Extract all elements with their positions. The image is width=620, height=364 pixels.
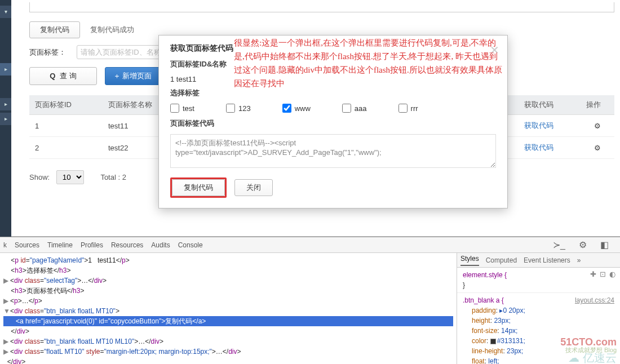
tag-filter-label: 页面标签：: [29, 47, 74, 57]
color-swatch[interactable]: [490, 339, 496, 344]
copy-code-highlight: 复制代码: [170, 177, 227, 198]
get-code-link[interactable]: 获取代码: [524, 143, 553, 152]
tab-resources[interactable]: Resources: [111, 241, 143, 249]
tab-k[interactable]: k: [3, 241, 7, 249]
gear-icon[interactable]: ⚙: [581, 137, 614, 159]
check-test[interactable]: test: [170, 104, 194, 113]
computed-tab[interactable]: Computed: [486, 256, 517, 264]
styles-tab[interactable]: Styles: [460, 255, 479, 266]
copy-code-button[interactable]: 复制代码: [29, 21, 80, 38]
tab-profiles[interactable]: Profiles: [81, 241, 103, 249]
tab-timeline[interactable]: Timeline: [47, 241, 73, 249]
th-get: 获取代码: [519, 95, 581, 115]
search-icon: Q: [50, 72, 55, 80]
chevron-right-icon[interactable]: ▸: [0, 98, 11, 110]
tab-console[interactable]: Console: [178, 241, 203, 249]
gear-icon[interactable]: ⚙: [581, 115, 614, 137]
annotation-text: 很显然:这是一个弹出框,在这个弹出框里需要进行代码复制,可是,不幸的是,代码中始…: [234, 36, 504, 90]
total-text: Total : 2: [100, 173, 126, 181]
new-rule-icon[interactable]: ✚: [590, 270, 596, 278]
source-file-link[interactable]: layout.css:24: [575, 295, 614, 305]
settings-icon[interactable]: ⚙: [579, 239, 587, 250]
cell-id: 2: [29, 137, 103, 159]
check-label: 123: [238, 104, 251, 113]
tab-sources[interactable]: Sources: [15, 241, 39, 249]
check-label: test: [183, 104, 194, 113]
check-rrr[interactable]: rrr: [398, 104, 418, 113]
close-button[interactable]: 关闭: [234, 179, 273, 196]
drawer-icon[interactable]: ≻_: [553, 239, 565, 250]
more-tabs-icon[interactable]: »: [577, 256, 581, 264]
chevron-down-icon[interactable]: ▾: [0, 6, 11, 18]
th-op: 操作: [581, 95, 614, 115]
checkbox-row: test 123 www aaa rrr: [170, 104, 496, 113]
top-textarea[interactable]: [29, 2, 614, 12]
check-123[interactable]: 123: [226, 104, 251, 113]
code-label: 页面标签代码: [170, 118, 496, 128]
copy-success-text: 复制代码成功: [90, 25, 134, 35]
page-size-select[interactable]: 10: [56, 170, 84, 184]
toggle-state-icon[interactable]: ⊡: [600, 270, 606, 278]
copy-code-button[interactable]: 复制代码: [172, 179, 225, 196]
check-label: rrr: [411, 104, 418, 113]
left-sidebar: ▾ ▸ ▸ ▸: [0, 0, 11, 237]
chevron-right-icon[interactable]: ▸: [0, 63, 11, 76]
elements-tree[interactable]: <p id="pageTagNameId">1 test11</p> <h3>选…: [0, 253, 457, 364]
cell-id: 1: [29, 115, 103, 137]
animations-icon[interactable]: ◐: [609, 270, 615, 278]
chevron-right-icon[interactable]: ▸: [0, 113, 11, 125]
th-id: 页面标签ID: [29, 95, 103, 115]
query-button[interactable]: Q查 询: [29, 67, 97, 85]
listeners-tab[interactable]: Event Listeners: [524, 256, 570, 264]
watermark: 51CTO.com 技术成就梦想 Blog ☁ 亿速云: [560, 338, 617, 362]
show-label: Show:: [29, 173, 50, 181]
rule-selector: .btn_blank a {: [463, 296, 504, 304]
devtools-panel: k Sources Timeline Profiles Resources Au…: [0, 237, 620, 364]
check-www[interactable]: www: [282, 104, 311, 113]
check-label: aaa: [355, 104, 367, 113]
rule-selector: element.style {: [463, 271, 507, 279]
add-page-button[interactable]: ＋ 新增页面: [105, 67, 161, 85]
code-textarea[interactable]: <!--添加页面标签test11代码--><script type="text/…: [170, 134, 496, 168]
query-button-label: 查 询: [60, 72, 77, 80]
get-code-link[interactable]: 获取代码: [524, 121, 553, 130]
dock-icon[interactable]: ◧: [600, 239, 609, 250]
check-label: www: [295, 104, 311, 113]
tab-audits[interactable]: Audits: [151, 241, 170, 249]
devtools-tabs: k Sources Timeline Profiles Resources Au…: [0, 237, 620, 253]
selected-element[interactable]: <a href="javascript:void(0)" id="copycod…: [3, 316, 453, 326]
check-aaa[interactable]: aaa: [342, 104, 367, 113]
